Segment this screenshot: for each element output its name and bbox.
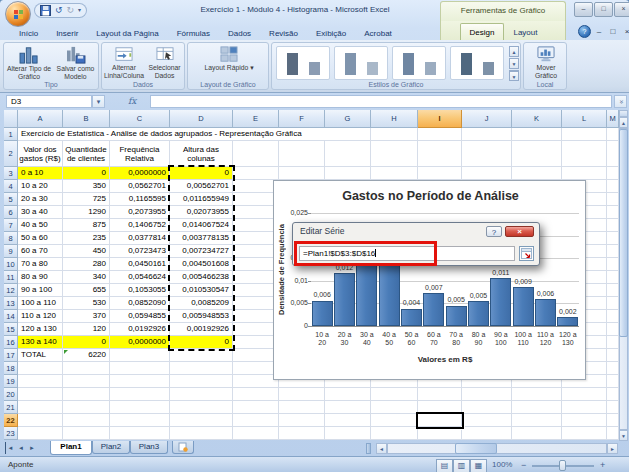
cell[interactable]	[607, 271, 619, 284]
cell[interactable]	[607, 349, 619, 362]
cell[interactable]	[18, 401, 63, 414]
chart-bar[interactable]	[468, 301, 489, 326]
cell[interactable]	[462, 427, 512, 440]
cell[interactable]: 0,02073955	[170, 206, 233, 219]
cell[interactable]	[562, 427, 607, 440]
cell[interactable]	[18, 414, 63, 427]
cell[interactable]: Valor dos gastos (R$)	[18, 141, 63, 167]
cell[interactable]	[110, 362, 170, 375]
cell[interactable]	[110, 414, 170, 427]
column-header-J[interactable]: J	[462, 110, 512, 128]
row-header-15[interactable]: 15	[4, 323, 18, 336]
cell[interactable]	[170, 375, 233, 388]
cell[interactable]	[371, 401, 418, 414]
view-page-layout-icon[interactable]: ▥	[453, 459, 470, 472]
cell[interactable]: 280	[63, 258, 110, 271]
cell[interactable]	[170, 388, 233, 401]
column-header-F[interactable]: F	[279, 110, 325, 128]
cell[interactable]	[562, 128, 607, 141]
cell[interactable]: 110 a 120	[18, 310, 63, 323]
cell[interactable]	[325, 414, 371, 427]
cell[interactable]	[607, 297, 619, 310]
scroll-down-icon[interactable]: ▼	[619, 430, 628, 441]
cell[interactable]	[418, 128, 462, 141]
cell[interactable]	[18, 427, 63, 440]
cell[interactable]	[170, 414, 233, 427]
cell[interactable]	[607, 336, 619, 349]
cell[interactable]: 0,0000000	[110, 336, 170, 349]
chart-bar[interactable]	[312, 301, 333, 326]
cell[interactable]: 0,005948553	[170, 310, 233, 323]
column-header-E[interactable]: E	[233, 110, 279, 128]
row-header-11[interactable]: 11	[4, 271, 18, 284]
cell[interactable]: 0,0377814	[110, 232, 170, 245]
cell[interactable]	[562, 388, 607, 401]
cell[interactable]	[233, 427, 279, 440]
cell[interactable]	[607, 167, 619, 180]
cell[interactable]	[512, 141, 562, 167]
select-all-corner[interactable]	[4, 110, 18, 128]
tab-split-handle[interactable]	[366, 443, 371, 454]
cell[interactable]	[371, 128, 418, 141]
horizontal-scrollbar-thumb[interactable]	[455, 443, 497, 454]
cell[interactable]: 0	[63, 336, 110, 349]
cell[interactable]: TOTAL	[18, 349, 63, 362]
row-header-13[interactable]: 13	[4, 297, 18, 310]
cell[interactable]: 0	[170, 336, 233, 349]
next-sheet-icon[interactable]: ►	[27, 442, 37, 454]
cell[interactable]	[63, 401, 110, 414]
cell[interactable]	[562, 141, 607, 167]
cell[interactable]	[607, 180, 619, 193]
cell[interactable]: 0,014067524	[170, 219, 233, 232]
cell[interactable]: 0,0546624	[110, 271, 170, 284]
insert-sheet-tab[interactable]	[172, 441, 194, 454]
cell[interactable]	[607, 375, 619, 388]
cell[interactable]: 0,011655949	[170, 193, 233, 206]
active-cell[interactable]	[416, 412, 464, 429]
cell[interactable]: 0,00562701	[170, 180, 233, 193]
cell[interactable]	[371, 427, 418, 440]
column-header-M[interactable]: M	[607, 110, 619, 128]
cell[interactable]: 0,0450161	[110, 258, 170, 271]
cell[interactable]	[110, 388, 170, 401]
chart-bar[interactable]	[557, 317, 578, 326]
cell[interactable]	[607, 310, 619, 323]
cell[interactable]: 0,1053055	[110, 284, 170, 297]
scroll-right-icon[interactable]: ►	[607, 443, 618, 454]
chart-bar[interactable]	[334, 273, 355, 326]
cell[interactable]: 100 a 110	[18, 297, 63, 310]
cell[interactable]	[325, 427, 371, 440]
horizontal-scrollbar[interactable]	[387, 443, 607, 454]
cell[interactable]	[279, 388, 325, 401]
row-header-23[interactable]: 23	[4, 427, 18, 440]
cell[interactable]: 120	[63, 323, 110, 336]
cell[interactable]	[279, 141, 325, 167]
row-header-20[interactable]: 20	[4, 388, 18, 401]
cell[interactable]	[233, 414, 279, 427]
column-header-G[interactable]: G	[325, 110, 371, 128]
zoom-in-icon[interactable]: +	[600, 460, 605, 470]
cell[interactable]: 350	[63, 180, 110, 193]
cell[interactable]	[512, 128, 562, 141]
chart[interactable]: Gastos no Período de Análise Densidade d…	[273, 180, 586, 380]
cell[interactable]	[562, 401, 607, 414]
scrollbar-split-handle[interactable]	[619, 110, 628, 117]
cell[interactable]	[512, 427, 562, 440]
cell[interactable]: 60 a 70	[18, 245, 63, 258]
cell[interactable]: 0,00192926	[170, 323, 233, 336]
row-header-18[interactable]: 18	[4, 362, 18, 375]
row-header-1[interactable]: 1	[4, 128, 18, 141]
column-header-L[interactable]: L	[562, 110, 607, 128]
cell[interactable]: 20 a 30	[18, 193, 63, 206]
cell[interactable]	[279, 414, 325, 427]
column-header-K[interactable]: K	[512, 110, 562, 128]
cell[interactable]: 340	[63, 271, 110, 284]
scroll-up-icon[interactable]: ▲	[619, 117, 628, 128]
cell[interactable]: 0,0000000	[110, 167, 170, 180]
cell[interactable]	[607, 284, 619, 297]
cell[interactable]	[512, 414, 562, 427]
cell[interactable]	[63, 414, 110, 427]
cell[interactable]: 120 a 130	[18, 323, 63, 336]
cell[interactable]	[233, 388, 279, 401]
cell[interactable]	[512, 167, 562, 180]
